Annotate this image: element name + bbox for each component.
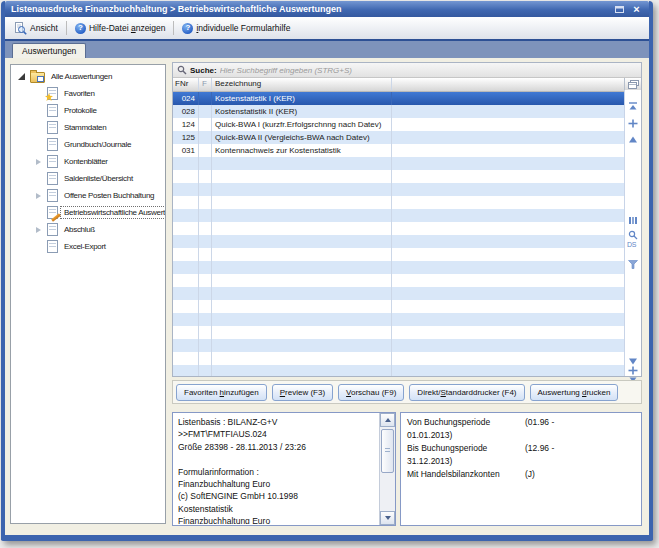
info-line: (c) SoftENGINE GmbH 10.1998 <box>178 490 375 502</box>
expander-closed-icon[interactable] <box>33 227 44 233</box>
help-icon: ? <box>182 23 193 34</box>
tree-item-favoriten[interactable]: Favoriten <box>11 85 165 102</box>
action-bar: Favoriten hinzufügen Preview (F3) Vorsch… <box>172 380 642 404</box>
record-counter-icon[interactable]: DS <box>627 241 636 248</box>
page-icon <box>47 121 58 134</box>
list-empty-row <box>173 352 625 365</box>
info-line: Größe 28398 - 28.11.2013 / 23:26 <box>178 441 375 453</box>
scroll-thumb[interactable] <box>381 429 394 473</box>
info-panel: Listenbasis : BILANZ-G+V >>FMT\FMTFIAUS.… <box>172 412 396 526</box>
info-line: Finanzbuchhaltung Euro <box>178 478 375 490</box>
restore-icon[interactable] <box>612 3 626 15</box>
tree-item-offene-posten[interactable]: Offene Posten Buchhaltung <box>11 187 165 204</box>
info-text: Listenbasis : BILANZ-G+V >>FMT\FMTFIAUS.… <box>174 414 379 524</box>
arrow-up-icon <box>385 418 391 422</box>
list-empty-row <box>173 365 625 376</box>
tree-item-label: Kontenblätter <box>61 156 111 167</box>
app-window: Listenausdrucke Finanzbuchhaltung > Betr… <box>1 1 653 541</box>
param-row: Bis Buchungsperiode(12.96 - 31.12.2013) <box>407 442 635 468</box>
params-panel: Von Buchungsperiode(01.96 - 01.01.2013) … <box>400 412 642 526</box>
param-value-continued: 31.12.2013) <box>407 455 635 468</box>
vorschau-button[interactable]: Vorschau (F9) <box>338 384 404 401</box>
list-empty-row <box>173 326 625 339</box>
ansicht-label: Ansicht <box>30 23 58 33</box>
expander-closed-icon[interactable] <box>33 159 44 165</box>
col-f[interactable]: F <box>199 78 212 91</box>
list-empty-row <box>173 157 625 170</box>
param-label: Von Buchungsperiode <box>407 416 525 429</box>
tree-item-grundbuch[interactable]: Grundbuch/Journale <box>11 136 165 153</box>
arrow-down-icon <box>385 516 391 520</box>
list-empty-row <box>173 196 625 209</box>
page-icon <box>47 172 58 185</box>
list-row-selected[interactable]: 024Kostenstatistik I (KER) <box>173 92 625 105</box>
content-area: Alle Auswertungen Favoriten Protokolle S… <box>5 58 649 535</box>
preview-button[interactable]: Preview (F3) <box>272 384 333 401</box>
list-empty-row <box>173 183 625 196</box>
list-empty-row <box>173 313 625 326</box>
list-row[interactable]: 124Quick-BWA I (kurzfr.Erfolgsrchnng nac… <box>173 118 625 131</box>
list-row[interactable]: 125Quick-BWA II (Vergleichs-BWA nach Dat… <box>173 131 625 144</box>
info-scrollbar[interactable] <box>379 413 395 525</box>
param-value: (01.96 - <box>525 416 554 429</box>
filter-icon[interactable] <box>628 255 638 273</box>
preview-icon <box>14 22 27 35</box>
hilfe-datei-button[interactable]: ? Hilfe-Datei anzeigen <box>70 21 171 36</box>
list-empty-row <box>173 274 625 287</box>
param-label: Bis Buchungsperiode <box>407 442 525 455</box>
expander-closed-icon[interactable] <box>33 193 44 199</box>
hilfe-datei-label: Hilfe-Datei anzeigen <box>89 23 166 33</box>
param-value: (J) <box>525 468 535 481</box>
list-row[interactable]: 028Kostenstatistik II (KER) <box>173 105 625 118</box>
tree-item-abschluss[interactable]: Abschluß <box>11 221 165 238</box>
tree-item-betriebswirtschaftliche-auswertungen[interactable]: Betriebswirtschaftliche Auswertungen <box>11 204 165 221</box>
formularhilfe-label: individuelle Formularhilfe <box>196 23 290 33</box>
tree-item-alle-auswertungen[interactable]: Alle Auswertungen <box>11 68 165 85</box>
info-line: >>FMT\FMTFIAUS.024 <box>178 428 375 440</box>
scroll-to-top-icon[interactable] <box>628 96 638 114</box>
toolbar: Ansicht ? Hilfe-Datei anzeigen ? individ… <box>5 17 649 41</box>
direkt-standarddrucker-button[interactable]: Direkt/Standarddrucker (F4) <box>409 384 524 401</box>
tree-item-label-selected: Betriebswirtschaftliche Auswertungen <box>61 207 166 218</box>
list-empty-row <box>173 222 625 235</box>
tree-item-stammdaten[interactable]: Stammdaten <box>11 119 165 136</box>
param-value-continued: 01.01.2013) <box>407 429 635 442</box>
page-icon <box>47 189 58 202</box>
info-line: Formularinformation : <box>178 466 375 478</box>
page-icon <box>47 223 58 236</box>
tree-item-label: Favoriten <box>61 88 98 99</box>
title-bar: Listenausdrucke Finanzbuchhaltung > Betr… <box>5 1 649 17</box>
tab-auswertungen[interactable]: Auswertungen <box>12 43 86 58</box>
help-icon: ? <box>75 23 86 34</box>
close-icon[interactable]: × <box>630 3 643 15</box>
tree-item-label: Protokolle <box>61 105 100 116</box>
tree-item-protokolle[interactable]: Protokolle <box>11 102 165 119</box>
list-empty-row <box>173 300 625 313</box>
list-empty-row <box>173 235 625 248</box>
tree-item-excel-export[interactable]: Excel-Export <box>11 238 165 255</box>
scroll-down-button[interactable] <box>380 511 395 525</box>
formularhilfe-button[interactable]: ? individuelle Formularhilfe <box>177 21 295 36</box>
expander-open-icon[interactable] <box>16 73 27 80</box>
col-bezeichnung[interactable]: Bezeichnung <box>212 78 392 91</box>
list-row[interactable]: 031Kontennachweis zur Kostenstatistik <box>173 144 625 157</box>
list-empty-row <box>173 287 625 300</box>
scroll-up-button[interactable] <box>380 413 395 427</box>
col-empty <box>392 78 625 91</box>
tree-item-kontenblaetter[interactable]: Kontenblätter <box>11 153 165 170</box>
scroll-up-icon[interactable] <box>628 129 638 147</box>
param-row: Von Buchungsperiode(01.96 - 01.01.2013) <box>407 416 635 442</box>
tree-item-label: Alle Auswertungen <box>48 71 115 82</box>
col-fnr[interactable]: FNr <box>173 78 199 91</box>
ansicht-button[interactable]: Ansicht <box>9 20 63 37</box>
info-line: Finanzbuchhaltung Euro <box>178 515 375 524</box>
tree-item-saldenliste[interactable]: Saldenliste/Übersicht <box>11 170 165 187</box>
list-body: 024Kostenstatistik I (KER) 028Kostenstat… <box>173 92 625 376</box>
favoriten-hinzufuegen-button[interactable]: Favoriten hinzufügen <box>176 384 267 401</box>
auswertung-drucken-button[interactable]: Auswertung drucken <box>530 384 619 401</box>
search-input[interactable] <box>220 65 637 76</box>
tree-item-label: Grundbuch/Journale <box>61 139 134 150</box>
page-icon <box>47 104 58 117</box>
toolbar-separator <box>173 21 174 35</box>
report-list: Suche: FNr F Bezeichnung 024Kostenstatis… <box>172 62 642 377</box>
